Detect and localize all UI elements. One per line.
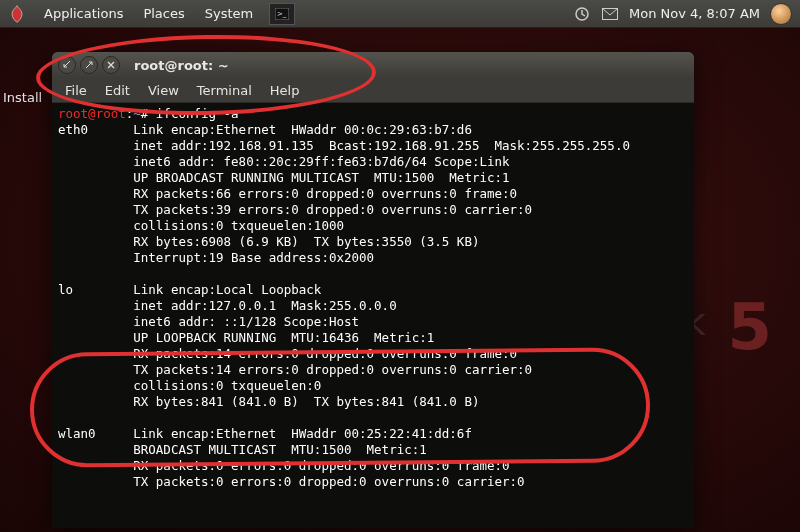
terminal-window: root@root: ~ File Edit View Terminal Hel… [52, 52, 694, 528]
mail-icon[interactable] [601, 5, 619, 23]
window-title: root@root: ~ [134, 58, 229, 73]
menu-help[interactable]: Help [261, 78, 309, 102]
desktop-icon-label[interactable]: Install [3, 90, 42, 105]
panel-menu-places[interactable]: Places [133, 0, 194, 27]
window-maximize-button[interactable] [80, 56, 98, 74]
menu-file[interactable]: File [56, 78, 96, 102]
menu-view[interactable]: View [139, 78, 188, 102]
window-minimize-button[interactable] [58, 56, 76, 74]
panel-menu-system[interactable]: System [195, 0, 263, 27]
gnome-top-panel: Applications Places System >_ Mon Nov 4,… [0, 0, 800, 28]
updates-icon[interactable] [573, 5, 591, 23]
terminal-menubar: File Edit View Terminal Help [52, 78, 694, 103]
window-titlebar[interactable]: root@root: ~ [52, 52, 694, 78]
panel-menu-applications[interactable]: Applications [34, 0, 133, 27]
clock[interactable]: Mon Nov 4, 8:07 AM [629, 6, 760, 21]
distro-logo-icon [6, 3, 28, 25]
terminal-launcher-icon[interactable]: >_ [269, 3, 295, 25]
user-menu-icon[interactable] [770, 3, 792, 25]
terminal-output[interactable]: root@root:~# ifconfig -a eth0 Link encap… [52, 103, 694, 528]
menu-terminal[interactable]: Terminal [188, 78, 261, 102]
menu-edit[interactable]: Edit [96, 78, 139, 102]
svg-text:>_: >_ [277, 10, 287, 18]
window-close-button[interactable] [102, 56, 120, 74]
